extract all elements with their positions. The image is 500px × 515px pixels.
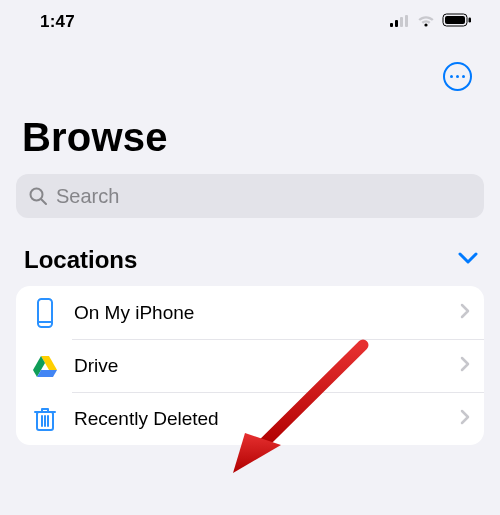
more-button[interactable] [443, 62, 472, 91]
svg-rect-3 [405, 15, 408, 27]
locations-title: Locations [24, 246, 137, 274]
status-icons [390, 13, 472, 31]
location-on-my-iphone[interactable]: On My iPhone [16, 286, 484, 339]
wifi-icon [417, 13, 435, 31]
locations-header[interactable]: Locations [0, 218, 500, 286]
locations-list: On My iPhone Drive [16, 286, 484, 445]
svg-rect-2 [400, 17, 403, 27]
svg-rect-6 [445, 16, 465, 24]
battery-icon [442, 13, 472, 31]
chevron-right-icon [460, 356, 470, 376]
svg-rect-7 [469, 18, 472, 23]
search-placeholder: Search [56, 185, 119, 208]
svg-line-9 [41, 199, 46, 204]
status-bar: 1:47 [0, 0, 500, 44]
location-recently-deleted[interactable]: Recently Deleted [16, 392, 484, 445]
location-label: On My iPhone [74, 302, 446, 324]
svg-rect-0 [390, 23, 393, 27]
status-time: 1:47 [40, 12, 75, 32]
location-drive[interactable]: Drive [16, 339, 484, 392]
cellular-icon [390, 13, 410, 31]
page-title: Browse [0, 91, 500, 174]
google-drive-icon [30, 351, 60, 381]
search-input[interactable]: Search [16, 174, 484, 218]
trash-icon [30, 404, 60, 434]
svg-rect-1 [395, 20, 398, 27]
chevron-down-icon [458, 251, 478, 269]
iphone-icon [30, 298, 60, 328]
ellipsis-icon [450, 75, 466, 79]
chevron-right-icon [460, 409, 470, 429]
location-label: Drive [74, 355, 446, 377]
search-icon [28, 186, 48, 206]
chevron-right-icon [460, 303, 470, 323]
location-label: Recently Deleted [74, 408, 446, 430]
svg-point-4 [424, 23, 427, 26]
